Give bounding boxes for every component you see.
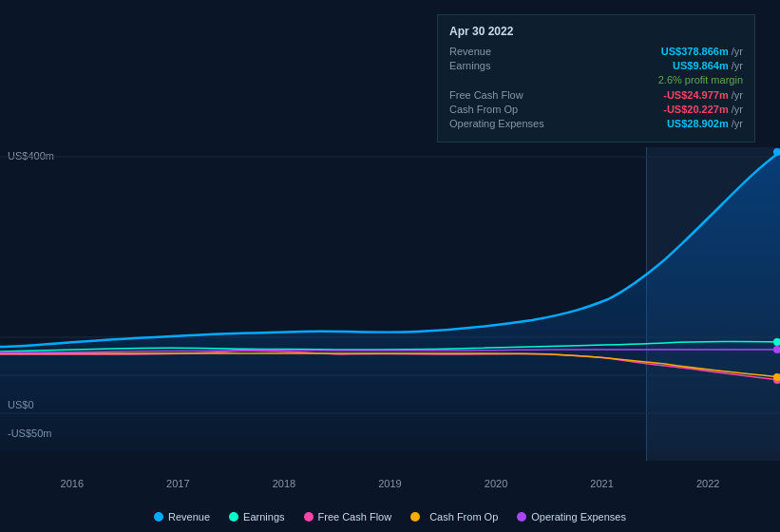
tooltip-value-fcf: -US$24.977m /yr bbox=[663, 89, 743, 101]
tooltip-row-cfo: Cash From Op -US$20.227m /yr bbox=[449, 104, 743, 115]
legend-dot-fcf bbox=[304, 512, 314, 522]
tooltip-row-opex: Operating Expenses US$28.902m /yr bbox=[449, 118, 743, 129]
x-label-2019: 2019 bbox=[378, 478, 401, 489]
chart-container: US$400m US$0 -US$50m bbox=[0, 0, 780, 532]
legend-label-cfo-text: Cash From Op bbox=[429, 511, 498, 522]
tooltip-row-revenue: Revenue US$378.866m /yr bbox=[449, 46, 743, 57]
x-label-2017: 2017 bbox=[166, 478, 189, 489]
x-label-2016: 2016 bbox=[61, 478, 84, 489]
legend-item-fcf[interactable]: Free Cash Flow bbox=[304, 511, 392, 522]
legend-dot-opex bbox=[517, 512, 526, 522]
legend-item-cfo[interactable]: Cash From Op bbox=[410, 511, 498, 522]
chart-legend: Revenue Earnings Free Cash Flow Cash Fro… bbox=[0, 511, 780, 522]
tooltip-value-earnings: US$9.864m /yr bbox=[673, 60, 743, 71]
tooltip-date: Apr 30 2022 bbox=[449, 25, 743, 38]
tooltip-label-cfo: Cash From Op bbox=[449, 104, 563, 115]
legend-item-earnings[interactable]: Earnings bbox=[229, 511, 284, 522]
legend-label-opex: Operating Expenses bbox=[531, 511, 626, 522]
legend-label-earnings: Earnings bbox=[243, 511, 284, 522]
tooltip-label-earnings: Earnings bbox=[449, 60, 563, 71]
x-label-2021: 2021 bbox=[590, 478, 613, 489]
legend-item-revenue[interactable]: Revenue bbox=[154, 511, 210, 522]
tooltip-label-fcf: Free Cash Flow bbox=[449, 89, 563, 101]
x-axis-labels: 2016 2017 2018 2019 2020 2021 2022 bbox=[0, 478, 780, 489]
tooltip-row-margin: 2.6% profit margin bbox=[449, 74, 743, 86]
tooltip-box: Apr 30 2022 Revenue US$378.866m /yr Earn… bbox=[437, 14, 755, 142]
legend-label-fcf: Free Cash Flow bbox=[318, 511, 392, 522]
x-label-2020: 2020 bbox=[485, 478, 507, 489]
legend-item-opex[interactable]: Operating Expenses bbox=[517, 511, 626, 522]
legend-dot-earnings bbox=[229, 512, 238, 522]
tooltip-value-revenue: US$378.866m /yr bbox=[661, 46, 743, 57]
tooltip-value-cfo: -US$20.227m /yr bbox=[663, 104, 743, 115]
x-label-2022: 2022 bbox=[696, 478, 719, 489]
tooltip-label-opex: Operating Expenses bbox=[449, 118, 563, 129]
tooltip-value-margin: 2.6% profit margin bbox=[658, 74, 743, 86]
chart-svg bbox=[0, 147, 780, 461]
legend-dot-revenue bbox=[154, 512, 163, 522]
tooltip-label-revenue: Revenue bbox=[449, 46, 563, 57]
x-label-2018: 2018 bbox=[273, 478, 295, 489]
legend-label-revenue: Revenue bbox=[168, 511, 210, 522]
tooltip-value-opex: US$28.902m /yr bbox=[667, 118, 743, 129]
tooltip-row-earnings: Earnings US$9.864m /yr bbox=[449, 60, 743, 71]
svg-point-4 bbox=[773, 148, 780, 156]
legend-dot-cfo bbox=[410, 512, 420, 522]
tooltip-row-fcf: Free Cash Flow -US$24.977m /yr bbox=[449, 89, 743, 101]
